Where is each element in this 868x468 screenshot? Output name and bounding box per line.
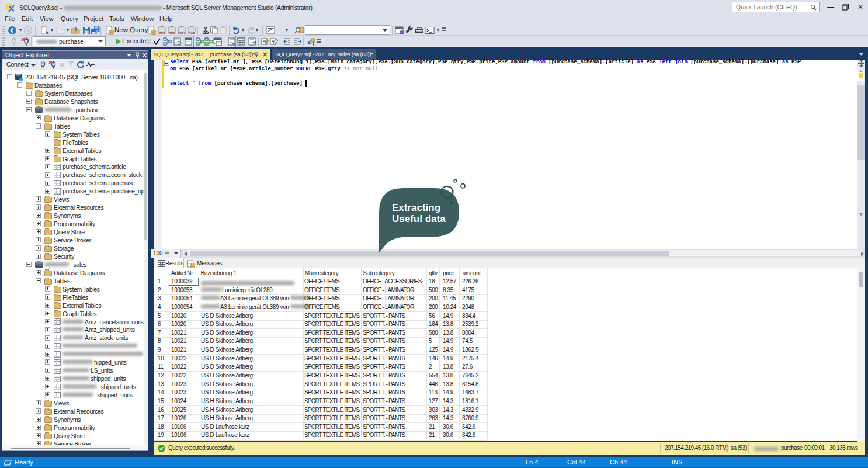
- svg-text:XMLA: XMLA: [178, 32, 187, 35]
- svg-text:Useful data: Useful data: [392, 213, 446, 224]
- svg-text:DMX: DMX: [169, 32, 176, 35]
- svg-text:Extracting: Extracting: [392, 202, 440, 213]
- svg-text:DAX: DAX: [189, 32, 196, 35]
- svg-text:MDX: MDX: [159, 32, 166, 35]
